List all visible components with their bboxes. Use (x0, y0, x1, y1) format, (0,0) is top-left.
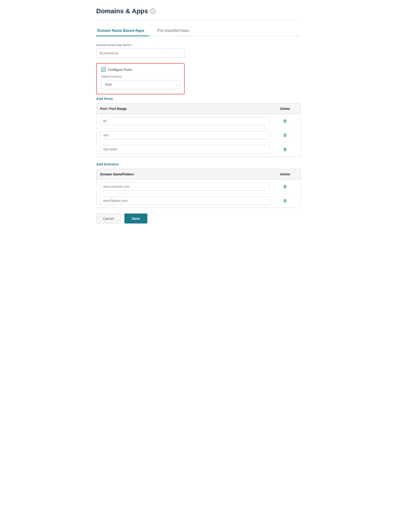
ports-section: Add Ports Port / Port Range Delete 🗑 🗑 (96, 97, 301, 157)
domains-table-header: Domain Name/Pattern Delete (96, 169, 301, 180)
add-ports-link[interactable]: Add Ports (96, 97, 113, 101)
ports-table-header: Port / Port Range Delete (96, 104, 301, 114)
delete-domain-2-button[interactable]: 🗑 (282, 197, 288, 204)
domain-input-2[interactable] (100, 196, 270, 205)
delete-cell-3: 🗑 (273, 146, 297, 153)
port-input-2[interactable] (100, 131, 270, 139)
table-row: 🗑 (96, 142, 301, 156)
footer-buttons: Cancel Save (96, 214, 301, 223)
domains-col-header: Domain Name/Pattern (100, 172, 273, 176)
delete-port-3-button[interactable]: 🗑 (282, 146, 288, 153)
domains-delete-header: Delete (273, 172, 297, 176)
delete-domain-1-button[interactable]: 🗑 (282, 183, 288, 190)
port-input-1[interactable] (100, 117, 270, 125)
protocol-select[interactable]: TCP UDP (101, 80, 180, 89)
delete-cell-2: 🗑 (273, 132, 297, 139)
select-protocol-label: Select Protocol (101, 75, 180, 78)
ports-col-header: Port / Port Range (100, 107, 273, 110)
header-divider (96, 19, 301, 20)
info-icon[interactable]: i (150, 9, 155, 14)
configure-ports-label: Configure Ports (108, 67, 132, 72)
ports-delete-header: Delete (273, 107, 297, 110)
tabs-container: Domain Name Based Apps Pre-classified Ap… (96, 26, 301, 36)
save-button[interactable]: Save (124, 214, 147, 223)
protocol-select-wrapper: TCP UDP ⌄ (101, 80, 180, 89)
app-name-section: Domain based App Name* (96, 43, 301, 58)
app-name-input[interactable] (96, 49, 185, 58)
add-domains-link[interactable]: Add Domains (96, 162, 119, 166)
table-row: 🗑 (96, 180, 301, 194)
configure-ports-checkbox[interactable] (101, 67, 105, 72)
delete-domain-cell-1: 🗑 (273, 183, 297, 190)
cancel-button[interactable]: Cancel (96, 214, 121, 223)
domains-section: Add Domains Domain Name/Pattern Delete 🗑… (96, 162, 301, 208)
delete-cell-1: 🗑 (273, 118, 297, 124)
port-input-3[interactable] (100, 145, 270, 153)
domains-table: Domain Name/Pattern Delete 🗑 🗑 (96, 169, 301, 208)
table-row: 🗑 (96, 114, 301, 128)
configure-ports-box: Configure Ports Select Protocol TCP UDP … (96, 63, 185, 94)
ports-table: Port / Port Range Delete 🗑 🗑 🗑 (96, 103, 301, 157)
app-name-label: Domain based App Name* (96, 43, 301, 47)
page-header: Domains & Apps i (96, 7, 301, 15)
table-row: 🗑 (96, 194, 301, 208)
table-row: 🗑 (96, 128, 301, 142)
page-title: Domains & Apps (96, 7, 148, 15)
configure-ports-row: Configure Ports (101, 67, 180, 72)
domain-input-1[interactable] (100, 182, 270, 191)
delete-port-2-button[interactable]: 🗑 (282, 132, 288, 139)
delete-domain-cell-2: 🗑 (273, 197, 297, 204)
tab-pre-classified[interactable]: Pre-classified Apps (156, 26, 194, 36)
delete-port-1-button[interactable]: 🗑 (282, 118, 288, 124)
tab-domain-name-based[interactable]: Domain Name Based Apps (96, 26, 149, 36)
